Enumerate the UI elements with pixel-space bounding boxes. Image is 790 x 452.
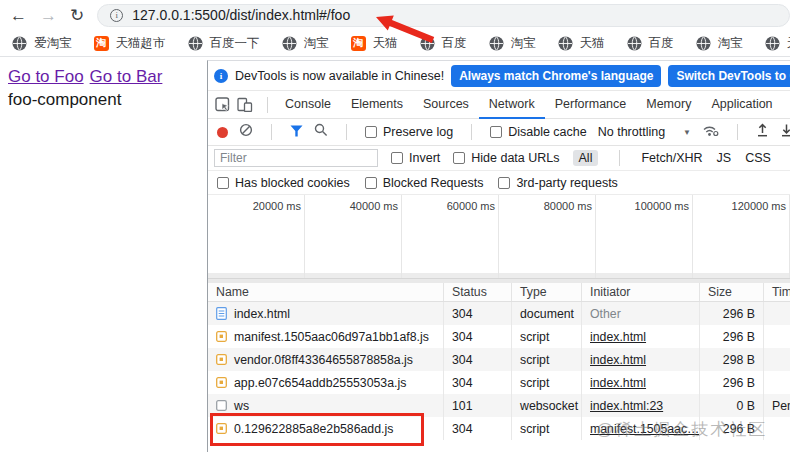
globe-favicon-icon <box>420 36 435 51</box>
cell-type: script <box>512 348 582 371</box>
checkbox-label: 3rd-party requests <box>516 176 617 190</box>
page-info-icon[interactable]: i <box>110 9 123 22</box>
checkbox-label: Blocked Requests <box>383 176 484 190</box>
has-blocked-cookies-checkbox[interactable]: Has blocked cookies <box>217 176 350 190</box>
column-header-status[interactable]: Status <box>444 283 512 301</box>
3rd-party-requests-checkbox[interactable]: 3rd-party requests <box>498 176 617 190</box>
tab-performance[interactable]: Performance <box>545 91 637 119</box>
websocket-file-icon <box>216 399 228 412</box>
bookmark-label: 天猫 <box>580 35 605 52</box>
globe-favicon-icon <box>12 36 27 51</box>
hide-data-urls-checkbox[interactable]: Hide data URLs <box>453 151 559 165</box>
back-icon[interactable]: ← <box>10 7 27 24</box>
checkbox-label: Has blocked cookies <box>235 176 350 190</box>
initiator-link[interactable]: index.html <box>590 372 646 394</box>
throttling-dropdown[interactable]: No throttling ▼ <box>598 125 691 139</box>
go-to-bar-link[interactable]: Go to Bar <box>90 67 163 86</box>
cell-initiator: index.html <box>582 348 700 371</box>
import-har-icon[interactable] <box>756 123 769 141</box>
invert-checkbox[interactable]: Invert <box>391 151 440 165</box>
go-to-foo-link[interactable]: Go to Foo <box>8 67 84 86</box>
bookmark-item[interactable]: 淘天猫 <box>351 35 398 52</box>
filter-input[interactable] <box>214 149 378 167</box>
reload-icon[interactable]: ↻ <box>70 7 84 24</box>
address-bar[interactable]: i 127.0.0.1:5500/dist/index.html#/foo <box>97 4 790 27</box>
column-header-time[interactable]: Time <box>764 283 790 301</box>
cell-name: index.html <box>208 302 444 325</box>
column-header-name[interactable]: Name <box>208 283 444 301</box>
request-filter-row: Has blocked cookiesBlocked Requests3rd-p… <box>208 171 790 195</box>
checkbox-icon[interactable] <box>365 126 377 138</box>
device-toolbar-icon[interactable] <box>237 97 253 113</box>
table-row-ws[interactable]: ws101websocketindex.html:230 BPending <box>208 394 790 417</box>
inspect-element-icon[interactable] <box>214 97 230 113</box>
column-header-type[interactable]: Type <box>512 283 582 301</box>
bookmark-item[interactable]: 百度一下 <box>188 35 260 52</box>
network-conditions-icon[interactable] <box>702 123 719 141</box>
bookmark-item[interactable]: 淘天猫超市 <box>94 35 166 52</box>
cell-size: 296 B <box>700 325 764 348</box>
checkbox-icon[interactable] <box>498 177 510 189</box>
cell-status: 101 <box>444 394 512 417</box>
switch-devtools-button[interactable]: Switch DevTools to Chinese <box>668 65 790 87</box>
globe-favicon-icon <box>282 36 297 51</box>
cell-status: 304 <box>444 417 512 440</box>
column-header-initiator[interactable]: Initiator <box>582 283 700 301</box>
type-chip-all[interactable]: All <box>573 150 599 166</box>
type-chip-js[interactable]: JS <box>717 151 732 165</box>
checkbox-icon[interactable] <box>217 177 229 189</box>
bookmark-label: 天猫 <box>787 35 790 52</box>
devtools-tab-bar: ConsoleElementsSourcesNetworkPerformance… <box>208 91 790 119</box>
checkbox-icon[interactable] <box>391 152 403 164</box>
script-file-icon <box>216 422 228 435</box>
request-name: manifest.1505aac06d97a1bb1af8.js <box>234 326 429 348</box>
checkbox-icon[interactable] <box>365 177 377 189</box>
bookmark-item[interactable]: 淘宝 <box>282 35 329 52</box>
divider <box>267 97 268 113</box>
record-icon[interactable] <box>217 127 228 138</box>
blocked-requests-checkbox[interactable]: Blocked Requests <box>365 176 484 190</box>
bookmark-item[interactable]: 爱淘宝 <box>12 35 72 52</box>
column-header-size[interactable]: Size <box>700 283 764 301</box>
watermark-text: @稀土掘金技术社区 <box>596 418 767 441</box>
initiator-link[interactable]: index.html <box>590 326 646 348</box>
tab-memory[interactable]: Memory <box>636 91 701 119</box>
url-text[interactable]: 127.0.0.1:5500/dist/index.html#/foo <box>132 7 350 23</box>
initiator-link[interactable]: index.html <box>590 349 646 371</box>
tab-application[interactable]: Application <box>701 91 782 119</box>
tab-elements[interactable]: Elements <box>341 91 413 119</box>
bookmark-item[interactable]: 百度 <box>627 35 674 52</box>
tab-console[interactable]: Console <box>275 91 341 119</box>
clear-icon[interactable] <box>239 123 253 141</box>
divider <box>471 124 472 140</box>
bookmark-item[interactable]: 天猫 <box>558 35 605 52</box>
table-row-app.e07c654addb25553053a.js[interactable]: app.e07c654addb25553053a.js304scriptinde… <box>208 371 790 394</box>
search-icon[interactable] <box>314 123 328 141</box>
bookmark-item[interactable]: 淘宝 <box>696 35 743 52</box>
initiator-link[interactable]: index.html:23 <box>590 395 663 417</box>
cell-status: 304 <box>444 371 512 394</box>
checkbox-icon[interactable] <box>453 152 465 164</box>
disable-cache-checkbox[interactable]: Disable cache <box>490 125 587 139</box>
type-chip-fetch-xhr[interactable]: Fetch/XHR <box>641 151 702 165</box>
match-language-button[interactable]: Always match Chrome's language <box>451 65 661 87</box>
bookmark-item[interactable]: 百度 <box>420 35 467 52</box>
page-content: Go to FooGo to Bar foo-component <box>0 58 207 452</box>
filter-icon[interactable] <box>290 123 303 141</box>
bookmark-item[interactable]: 天猫 <box>765 35 790 52</box>
tab-network[interactable]: Network <box>479 91 545 119</box>
type-chip-css[interactable]: CSS <box>745 151 771 165</box>
checkbox-icon[interactable] <box>490 126 502 138</box>
preserve-log-checkbox[interactable]: Preserve log <box>365 125 453 139</box>
table-row-vendor.0f8ff43364655878858a.js[interactable]: vendor.0f8ff43364655878858a.js304scripti… <box>208 348 790 371</box>
timeline-overview[interactable]: 20000 ms40000 ms60000 ms80000 ms100000 m… <box>208 195 790 279</box>
export-har-icon[interactable] <box>780 123 790 141</box>
bookmark-item[interactable]: 淘宝 <box>489 35 536 52</box>
cell-initiator: Other <box>582 302 700 325</box>
cell-status: 304 <box>444 302 512 325</box>
table-row-manifest.1505aac06d97a1bb1af8.js[interactable]: manifest.1505aac06d97a1bb1af8.js304scrip… <box>208 325 790 348</box>
initiator-text: Other <box>590 303 621 325</box>
forward-icon[interactable]: → <box>40 7 57 24</box>
table-row-index.html[interactable]: index.html304documentOther296 B <box>208 302 790 325</box>
tab-sources[interactable]: Sources <box>413 91 479 119</box>
